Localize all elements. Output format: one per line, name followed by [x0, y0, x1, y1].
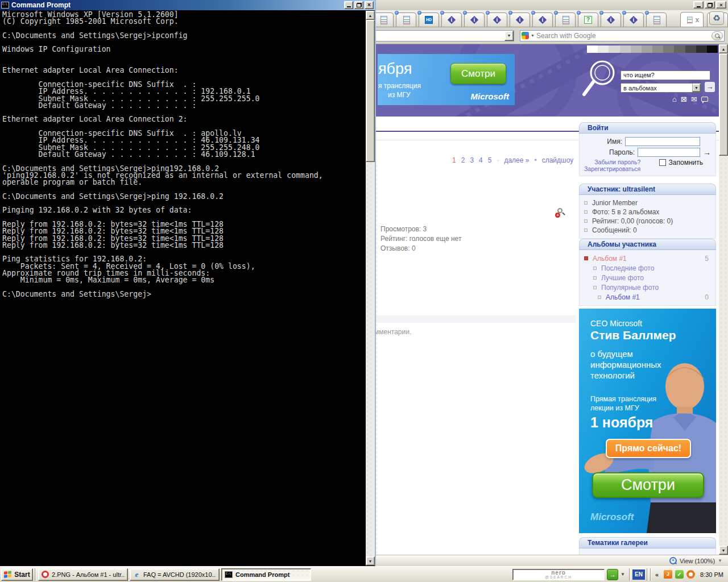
cmd-close-button[interactable]: × [365, 1, 374, 9]
name-label: Имя: [607, 138, 622, 146]
zoom-dropdown-icon[interactable]: ▼ [718, 558, 722, 563]
browser-tab[interactable] [419, 13, 439, 27]
taskbar-separator [35, 568, 36, 581]
login-password-input[interactable] [638, 148, 700, 157]
clock[interactable]: 8:30 PM [698, 571, 723, 578]
browser-tab[interactable] [601, 13, 621, 27]
tab-activity-dot [531, 11, 535, 15]
scroll-down-button[interactable]: ▼ [719, 546, 728, 555]
browser-tab[interactable] [373, 13, 394, 27]
bullet-icon [593, 276, 597, 280]
album-photos-link[interactable]: Популярные фото [601, 284, 659, 292]
java-tray-icon[interactable]: J [664, 570, 672, 579]
language-indicator[interactable]: EN [632, 569, 645, 580]
browser-tab[interactable] [510, 13, 530, 27]
sub-album-link[interactable]: Альбом #1 [606, 293, 640, 301]
top-ad-banner[interactable]: ября я трансляция из МГУ Смотри Microsof… [378, 54, 515, 105]
browser-tab[interactable] [646, 13, 667, 27]
themes-panel-header: Тематики галереи [579, 537, 716, 548]
login-name-input[interactable] [625, 137, 700, 146]
slideshow-link[interactable]: слайдшоу [542, 156, 574, 164]
album-photos-link[interactable]: Последние фото [601, 264, 654, 272]
cmd-titlebar[interactable]: Command Prompt × [0, 0, 375, 10]
browser-close-button[interactable]: × [716, 1, 726, 9]
scope-dropdown-icon[interactable]: ▼ [692, 84, 701, 92]
member-panel-header: Участник: ultrasilent [579, 184, 716, 195]
banner-watch-button[interactable]: Смотри [450, 63, 506, 84]
opera-tray-icon[interactable] [686, 570, 695, 579]
taskbar-task-button[interactable]: 2.PNG - Альбом #1 - ultr... [38, 568, 128, 581]
nero-search-input[interactable]: nero @SEARCH [512, 569, 605, 580]
pagination-page-link[interactable]: 1 [452, 156, 456, 164]
closed-tabs-trash-button[interactable]: ♻ [709, 11, 724, 25]
site-search-scope-select[interactable]: в альбомах ▼ [621, 83, 701, 93]
mail-icon[interactable]: ✉ [691, 95, 697, 103]
album-sub-link-row: Последние фото [584, 263, 711, 273]
browser-tab[interactable] [464, 13, 485, 27]
album-photos-link[interactable]: Лучшие фото [601, 274, 644, 282]
login-panel-header: Войти [579, 122, 716, 134]
home-icon[interactable]: ⌂ [672, 95, 677, 103]
checkmark-tray-icon[interactable]: ✓ [675, 570, 684, 579]
browser-titlebar[interactable]: × [372, 0, 728, 10]
forgot-password-link[interactable]: Забыли пароль? [584, 159, 640, 165]
taskbar-task-button[interactable]: eFAQ = AVCHD (1920x10... [130, 568, 220, 581]
nero-go-button[interactable]: → [607, 569, 618, 580]
cmd-scrollbar[interactable]: ▲ ▼ [366, 11, 375, 566]
pagination-next-link[interactable]: далее » [504, 156, 529, 164]
photo-zoom-icon[interactable]: + [556, 208, 566, 218]
album-sub-link-row: Популярные фото [584, 282, 711, 292]
start-button[interactable]: Start [1, 568, 33, 581]
login-submit-arrow[interactable]: → [703, 148, 711, 156]
address-input[interactable]: ▼ [375, 30, 514, 41]
ad-now-button[interactable]: Прямо сейчас! [606, 439, 691, 458]
nero-dropdown-icon[interactable]: ▼ [621, 572, 625, 577]
site-search-go-button[interactable]: → [705, 82, 715, 92]
info-favicon-icon [606, 15, 615, 24]
browser-tab[interactable] [441, 13, 462, 27]
site-search-input[interactable]: что ищем? [621, 70, 710, 80]
cmd-scroll-down-button[interactable]: ▼ [366, 556, 375, 566]
scrollbar-thumb[interactable] [719, 53, 728, 156]
browser-minimize-button[interactable] [693, 1, 704, 9]
cmd-scrollbar-thumb[interactable] [366, 20, 375, 162]
register-link[interactable]: Зарегистрироваться [584, 165, 640, 172]
browser-tab[interactable] [396, 13, 416, 27]
tab-activity-dot [508, 11, 512, 15]
pagination-page-link[interactable]: 3 [470, 156, 474, 164]
browser-scrollbar[interactable]: ▲ ▼ [719, 44, 728, 555]
console-area[interactable]: Microsoft Windows XP [Version 5.1.2600] … [0, 10, 375, 566]
pagination-page-link[interactable]: 2 [461, 156, 465, 164]
tray-collapse-button[interactable]: « [653, 571, 661, 578]
search-magnifier-button[interactable] [712, 31, 723, 40]
cmd-restore-button[interactable] [354, 1, 363, 9]
cmd-minimize-button[interactable] [344, 1, 353, 9]
active-browser-tab[interactable]: x [680, 12, 704, 27]
search-engine-dropdown-icon[interactable]: ▼ [531, 34, 535, 38]
taskbar-task-button[interactable]: Command Prompt [221, 568, 311, 581]
scroll-up-button[interactable]: ▲ [719, 44, 728, 53]
address-dropdown-button[interactable]: ▼ [504, 31, 514, 41]
tab-close-icon[interactable]: x [696, 16, 700, 24]
browser-tab[interactable] [623, 13, 644, 27]
browser-tab[interactable] [578, 13, 598, 27]
albums-panel-header: Альбомы участника [579, 239, 716, 250]
chat-bubble-icon[interactable] [701, 97, 708, 102]
ballmer-ad[interactable]: CEO Microsoft Стив Баллмер о будущем инф… [579, 309, 716, 533]
member-panel: Участник: ultrasilent Junior MemberФото:… [579, 184, 716, 239]
album-link[interactable]: Альбом #1 [593, 255, 627, 263]
pagination-page-link[interactable]: 4 [479, 156, 483, 164]
remember-checkbox[interactable] [659, 159, 666, 166]
ad-watch-button[interactable]: Смотри [592, 472, 704, 498]
zoom-level-label[interactable]: View (100%) [680, 558, 715, 564]
browser-tab[interactable] [555, 13, 576, 27]
photo-box-icon[interactable]: ⊠ [681, 95, 687, 103]
cmd-scroll-up-button[interactable]: ▲ [366, 11, 375, 20]
google-search-box[interactable]: ▼ Search with Google [520, 30, 725, 41]
browser-tab[interactable] [532, 13, 553, 27]
bullet-icon [584, 210, 588, 214]
browser-tab[interactable] [487, 13, 507, 27]
browser-restore-button[interactable] [705, 1, 715, 9]
info-favicon-icon [515, 15, 524, 24]
pagination-page-link[interactable]: 5 [488, 156, 492, 164]
